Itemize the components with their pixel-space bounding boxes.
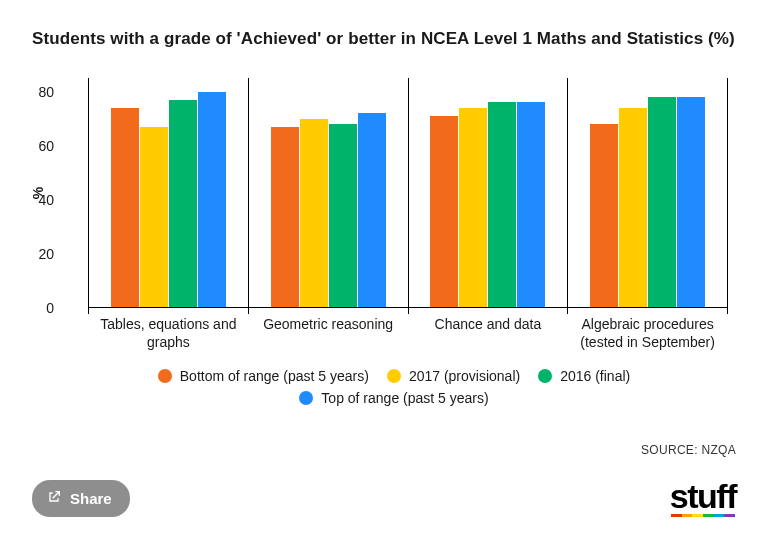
bar: [111, 108, 139, 308]
bar: [488, 102, 516, 308]
legend-label: Top of range (past 5 years): [321, 390, 488, 406]
legend-label: Bottom of range (past 5 years): [180, 368, 369, 384]
chart-title: Students with a grade of 'Achieved' or b…: [32, 28, 736, 50]
legend-swatch: [158, 369, 172, 383]
bar: [329, 124, 357, 308]
legend-swatch: [387, 369, 401, 383]
y-tick-label: 0: [46, 300, 54, 316]
bar: [517, 102, 545, 308]
legend-item: Top of range (past 5 years): [299, 390, 488, 406]
bar: [358, 113, 386, 308]
bar: [300, 119, 328, 308]
bar-group: Chance and data: [408, 78, 568, 308]
share-button[interactable]: Share: [32, 480, 130, 517]
legend-item: 2017 (provisional): [387, 368, 520, 384]
legend-swatch: [538, 369, 552, 383]
category-label: Tables, equations and graphs: [89, 308, 248, 351]
share-icon: [46, 489, 62, 508]
y-tick-label: 20: [38, 246, 54, 262]
brand-logo: stuff: [670, 479, 736, 517]
share-button-label: Share: [70, 490, 112, 507]
bar: [140, 127, 168, 308]
bar: [430, 116, 458, 308]
x-axis-baseline: [88, 307, 728, 308]
category-label: Geometric reasoning: [249, 308, 408, 334]
bar-groups: Tables, equations and graphsGeometric re…: [88, 78, 728, 308]
bar: [169, 100, 197, 308]
legend: Bottom of range (past 5 years)2017 (prov…: [60, 368, 728, 406]
bars: [409, 78, 568, 308]
legend-swatch: [299, 391, 313, 405]
y-tick-label: 40: [38, 192, 54, 208]
legend-label: 2016 (final): [560, 368, 630, 384]
brand-rainbow-underline: [671, 514, 735, 517]
legend-item: 2016 (final): [538, 368, 630, 384]
bar-group: Tables, equations and graphs: [88, 78, 248, 308]
plot-area: % 020406080 Tables, equations and graphs…: [60, 78, 728, 308]
bar: [590, 124, 618, 308]
y-tick-label: 80: [38, 84, 54, 100]
bar-group: Algebraic procedures (tested in Septembe…: [567, 78, 728, 308]
bar: [271, 127, 299, 308]
y-tick-label: 60: [38, 138, 54, 154]
bar: [677, 97, 705, 308]
bar: [648, 97, 676, 308]
bars: [249, 78, 408, 308]
bar-group: Geometric reasoning: [248, 78, 408, 308]
bar: [198, 92, 226, 308]
legend-label: 2017 (provisional): [409, 368, 520, 384]
bars: [568, 78, 727, 308]
plot-inner: Tables, equations and graphsGeometric re…: [88, 78, 728, 308]
footer: Share stuff: [32, 479, 736, 517]
bar: [619, 108, 647, 308]
source-prefix: SOURCE:: [641, 443, 701, 457]
source-attribution: SOURCE: NZQA: [641, 443, 736, 457]
brand-text: stuff: [670, 477, 736, 515]
source-name: NZQA: [701, 443, 736, 457]
bars: [89, 78, 248, 308]
category-label: Chance and data: [409, 308, 568, 334]
bar: [459, 108, 487, 308]
chart-container: Students with a grade of 'Achieved' or b…: [0, 0, 768, 533]
legend-item: Bottom of range (past 5 years): [158, 368, 369, 384]
category-label: Algebraic procedures (tested in Septembe…: [568, 308, 727, 351]
